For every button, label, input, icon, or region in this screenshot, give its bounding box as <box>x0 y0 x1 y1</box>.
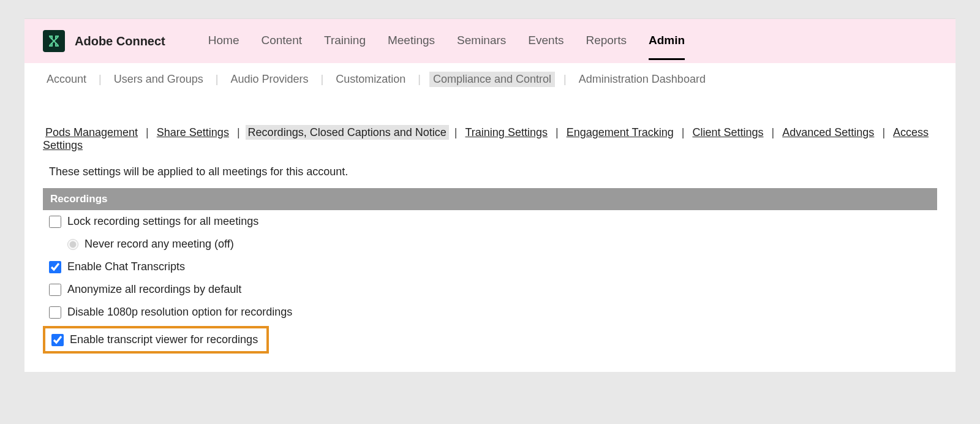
section-header-recordings: Recordings <box>43 188 937 210</box>
subnav-customization[interactable]: Customization <box>332 72 409 87</box>
divider: | <box>772 126 775 138</box>
tertiary-nav: Pods Management | Share Settings | Recor… <box>43 126 937 152</box>
nav-seminars[interactable]: Seminars <box>457 34 506 60</box>
subnav-users-groups[interactable]: Users and Groups <box>110 72 207 87</box>
setting-enable-chat-transcripts: Enable Chat Transcripts <box>43 256 937 278</box>
nav-admin[interactable]: Admin <box>649 34 685 60</box>
setting-disable-1080p: Disable 1080p resolution option for reco… <box>43 301 937 324</box>
setting-never-record: Never record any meeting (off) <box>43 233 937 256</box>
divider: | <box>216 73 219 86</box>
app-logo-icon <box>43 30 65 52</box>
tab-recordings-cc-notice[interactable]: Recordings, Closed Captions and Notice <box>246 125 449 140</box>
app-frame: Adobe Connect Home Content Training Meet… <box>24 18 956 372</box>
never-record-label[interactable]: Never record any meeting (off) <box>85 238 234 251</box>
anonymize-recordings-checkbox[interactable] <box>49 284 61 296</box>
enable-transcript-viewer-checkbox[interactable] <box>51 334 64 346</box>
divider: | <box>882 126 885 138</box>
brand: Adobe Connect <box>43 30 165 52</box>
divider: | <box>99 73 102 86</box>
divider: | <box>321 73 324 86</box>
lock-recording-label[interactable]: Lock recording settings for all meetings <box>67 215 258 228</box>
anonymize-recordings-label[interactable]: Anonymize all recordings by default <box>67 283 241 296</box>
nav-home[interactable]: Home <box>208 34 239 60</box>
enable-chat-transcripts-checkbox[interactable] <box>49 261 61 273</box>
setting-enable-transcript-viewer: Enable transcript viewer for recordings <box>43 326 269 354</box>
setting-lock-recording: Lock recording settings for all meetings <box>43 210 937 233</box>
main-nav: Home Content Training Meetings Seminars … <box>208 34 685 49</box>
divider: | <box>454 126 458 138</box>
subnav-admin-dashboard[interactable]: Administration Dashboard <box>575 72 709 87</box>
tab-training-settings[interactable]: Training Settings <box>463 125 550 140</box>
nav-reports[interactable]: Reports <box>586 34 627 60</box>
subnav-account[interactable]: Account <box>43 72 90 87</box>
tab-advanced-settings[interactable]: Advanced Settings <box>780 125 876 140</box>
tab-client-settings[interactable]: Client Settings <box>690 125 766 140</box>
divider: | <box>146 126 149 138</box>
enable-transcript-viewer-label[interactable]: Enable transcript viewer for recordings <box>70 333 258 346</box>
divider: | <box>418 73 421 86</box>
nav-training[interactable]: Training <box>324 34 366 60</box>
nav-meetings[interactable]: Meetings <box>388 34 435 60</box>
lock-recording-checkbox[interactable] <box>49 216 61 228</box>
subnav-compliance-control[interactable]: Compliance and Control <box>429 72 555 87</box>
divider: | <box>682 126 685 138</box>
disable-1080p-label[interactable]: Disable 1080p resolution option for reco… <box>67 306 292 319</box>
intro-text: These settings will be applied to all me… <box>49 165 937 178</box>
tab-engagement-tracking[interactable]: Engagement Tracking <box>564 125 676 140</box>
never-record-radio[interactable] <box>67 239 78 250</box>
app-title: Adobe Connect <box>75 34 165 48</box>
nav-events[interactable]: Events <box>528 34 564 60</box>
disable-1080p-checkbox[interactable] <box>49 306 61 319</box>
tab-share-settings[interactable]: Share Settings <box>154 125 232 140</box>
sub-nav: Account | Users and Groups | Audio Provi… <box>24 63 956 96</box>
nav-content[interactable]: Content <box>261 34 302 60</box>
divider: | <box>556 126 559 138</box>
subnav-audio-providers[interactable]: Audio Providers <box>227 72 312 87</box>
enable-chat-transcripts-label[interactable]: Enable Chat Transcripts <box>67 260 185 273</box>
divider: | <box>564 73 567 86</box>
top-bar: Adobe Connect Home Content Training Meet… <box>24 19 956 63</box>
content-area: Pods Management | Share Settings | Recor… <box>24 96 956 372</box>
setting-anonymize-recordings: Anonymize all recordings by default <box>43 278 937 301</box>
divider: | <box>237 126 240 138</box>
